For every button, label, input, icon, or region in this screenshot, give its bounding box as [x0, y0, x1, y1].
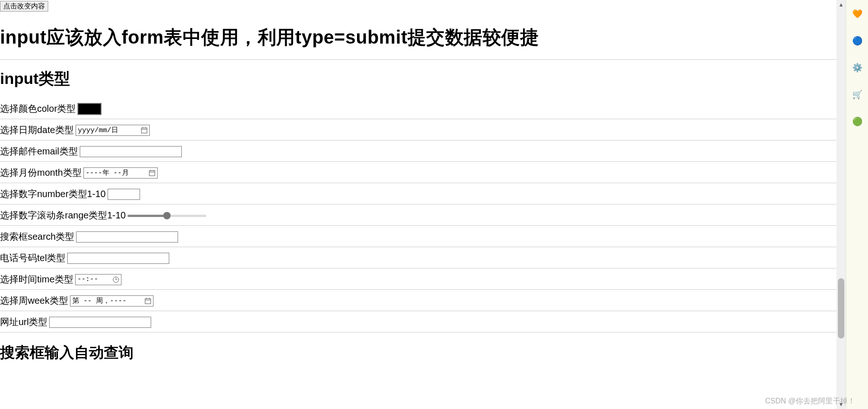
row-time: 选择时间time类型 --:--	[0, 272, 846, 290]
svg-rect-4	[149, 171, 155, 176]
clock-icon	[100, 276, 119, 283]
svg-rect-11	[145, 299, 151, 304]
row-number: 选择数字number类型1-10	[0, 187, 846, 204]
row-search: 搜索框search类型	[0, 230, 846, 247]
month-placeholder: ----年 --月	[86, 168, 129, 177]
row-month: 选择月份month类型 ----年 --月	[0, 166, 846, 183]
search-input[interactable]	[76, 231, 178, 243]
label-range: 选择数字滚动条range类型1-10	[0, 209, 126, 222]
calendar-icon	[120, 127, 147, 134]
svg-rect-0	[141, 128, 147, 133]
date-placeholder: yyyy/mm/日	[78, 126, 118, 134]
row-week: 选择周week类型 第 -- 周，----	[0, 294, 846, 311]
tel-input[interactable]	[67, 253, 169, 264]
label-url: 网址url类型	[0, 316, 47, 328]
calendar-icon	[128, 298, 151, 304]
label-search: 搜索框search类型	[0, 230, 74, 243]
divider	[0, 59, 846, 60]
page-content: 点击改变内容 input应该放入form表中使用，利用type=submit提交…	[0, 0, 846, 409]
datalist-heading: 搜索框输入自动查询	[0, 343, 846, 363]
label-month: 选择月份month类型	[0, 166, 82, 179]
week-input[interactable]: 第 -- 周，----	[70, 295, 153, 307]
url-input[interactable]	[49, 317, 151, 328]
label-time: 选择时间time类型	[0, 273, 73, 286]
change-content-button[interactable]: 点击改变内容	[0, 1, 48, 12]
time-input[interactable]: --:--	[75, 274, 121, 285]
input-types-heading: input类型	[0, 68, 846, 89]
date-input[interactable]: yyyy/mm/日	[76, 125, 150, 136]
range-thumb[interactable]	[163, 212, 171, 219]
range-fill	[128, 215, 167, 217]
row-range: 选择数字滚动条range类型1-10	[0, 208, 846, 226]
side-icon-4[interactable]: 🛒	[853, 90, 862, 99]
vertical-scrollbar[interactable]: ▲ ▼	[836, 0, 846, 409]
scroll-track[interactable]	[836, 9, 846, 400]
label-number: 选择数字number类型1-10	[0, 188, 106, 200]
calendar-icon	[131, 170, 155, 176]
label-tel: 电话号码tel类型	[0, 252, 65, 264]
row-tel: 电话号码tel类型	[0, 251, 846, 268]
week-placeholder: 第 -- 周，----	[72, 296, 127, 305]
side-icon-5[interactable]: 🟢	[853, 117, 862, 126]
row-date: 选择日期date类型 yyyy/mm/日	[0, 123, 846, 141]
row-email: 选择邮件email类型	[0, 144, 846, 162]
side-icon-1[interactable]: 🧡	[853, 9, 862, 19]
side-icon-2[interactable]: 🔵	[853, 36, 862, 45]
label-date: 选择日期date类型	[0, 124, 74, 136]
side-panel: 🧡 🔵 ⚙️ 🛒 🟢	[846, 0, 868, 409]
range-input[interactable]	[128, 211, 206, 220]
label-email: 选择邮件email类型	[0, 145, 78, 158]
number-input[interactable]	[108, 189, 140, 200]
label-week: 选择周week类型	[0, 294, 68, 307]
scroll-down-arrow[interactable]: ▼	[836, 400, 846, 409]
row-color: 选择颜色color类型	[0, 102, 846, 119]
row-url: 网址url类型	[0, 315, 846, 332]
scroll-up-arrow[interactable]: ▲	[836, 0, 846, 9]
page-title: input应该放入form表中使用，利用type=submit提交数据较便捷	[0, 25, 846, 50]
color-input[interactable]	[77, 103, 102, 115]
month-input[interactable]: ----年 --月	[83, 167, 158, 179]
label-color: 选择颜色color类型	[0, 102, 76, 115]
side-icon-3[interactable]: ⚙️	[853, 63, 862, 72]
email-input[interactable]	[80, 146, 182, 157]
scroll-thumb[interactable]	[838, 278, 844, 339]
time-placeholder: --:--	[77, 275, 98, 283]
